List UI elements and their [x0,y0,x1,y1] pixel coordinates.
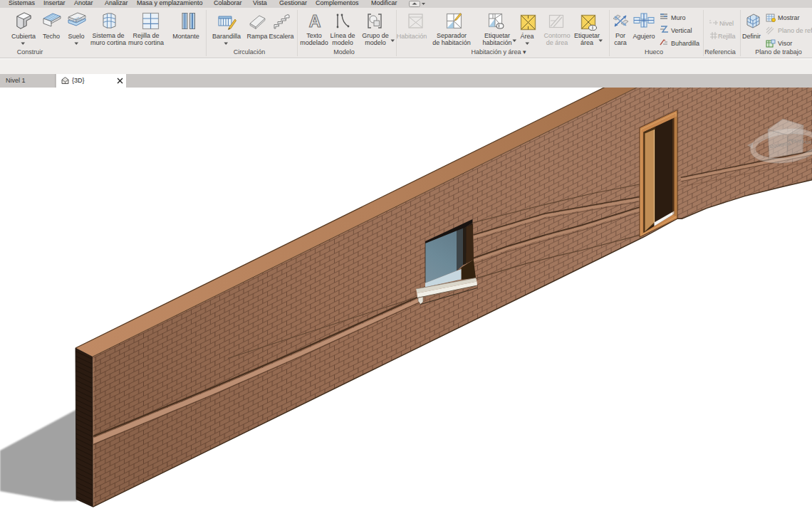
svg-text:A: A [309,13,321,30]
